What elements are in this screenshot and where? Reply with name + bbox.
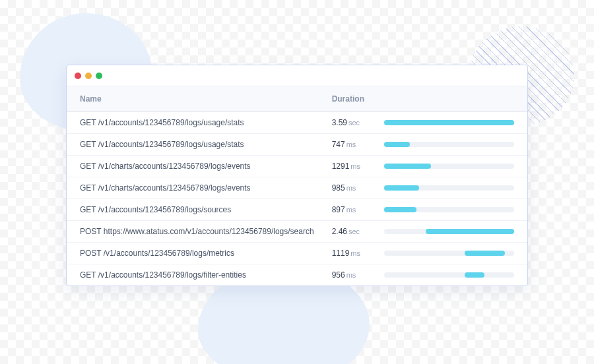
request-name: GET /v1/accounts/123456789/logs/usage/st…	[80, 140, 332, 149]
request-name: GET /v1/charts/accounts/123456789/logs/e…	[80, 162, 332, 171]
table-row[interactable]: GET /v1/charts/accounts/123456789/logs/e…	[67, 156, 527, 177]
column-header-bar	[384, 94, 514, 104]
duration-value: 1291	[332, 162, 350, 171]
timeline-bar	[384, 272, 514, 278]
bar-track	[384, 272, 514, 278]
bar-fill	[426, 229, 514, 234]
duration-unit: ms	[350, 162, 360, 170]
request-duration: 985ms	[332, 183, 384, 193]
table-row[interactable]: POST /v1/accounts/123456789/logs/metrics…	[67, 243, 527, 264]
duration-unit: ms	[346, 184, 356, 192]
request-duration: 1291ms	[332, 162, 384, 171]
request-duration: 747ms	[332, 140, 384, 149]
duration-value: 747	[332, 140, 345, 149]
duration-unit: ms	[346, 206, 356, 214]
duration-value: 1119	[332, 249, 350, 258]
timeline-bar	[384, 207, 514, 212]
duration-unit: sec	[348, 228, 360, 235]
duration-unit: ms	[346, 271, 356, 279]
timeline-bar	[384, 120, 514, 125]
table-row[interactable]: GET /v1/accounts/123456789/logs/filter-e…	[67, 264, 527, 286]
duration-value: 956	[332, 270, 345, 280]
close-icon[interactable]	[75, 73, 81, 79]
bar-fill	[384, 164, 431, 169]
table-header: Name Duration	[67, 86, 527, 112]
bar-fill	[384, 120, 514, 125]
duration-unit: sec	[348, 119, 360, 127]
request-duration: 956ms	[332, 270, 384, 280]
column-header-duration[interactable]: Duration	[332, 94, 384, 104]
timeline-bar	[384, 229, 514, 234]
minimize-icon[interactable]	[85, 73, 92, 79]
timeline-bar	[384, 164, 514, 169]
table-row[interactable]: GET /v1/accounts/123456789/logs/sources8…	[67, 199, 527, 221]
bar-fill	[384, 185, 419, 191]
bar-fill	[465, 251, 505, 256]
request-name: POST /v1/accounts/123456789/logs/metrics	[80, 249, 332, 258]
request-name: GET /v1/accounts/123456789/logs/filter-e…	[80, 270, 332, 280]
table-row[interactable]: GET /v1/accounts/123456789/logs/usage/st…	[67, 112, 527, 134]
bar-fill	[384, 207, 416, 212]
browser-window: Name Duration GET /v1/accounts/123456789…	[66, 65, 528, 286]
table-row[interactable]: GET /v1/accounts/123456789/logs/usage/st…	[67, 134, 527, 156]
request-name: GET /v1/accounts/123456789/logs/usage/st…	[80, 118, 332, 127]
table-row[interactable]: GET /v1/charts/accounts/123456789/logs/e…	[67, 177, 527, 199]
table-body: GET /v1/accounts/123456789/logs/usage/st…	[67, 112, 527, 286]
request-name: POST https://www.atatus.com/v1/accounts/…	[80, 227, 332, 236]
timeline-bar	[384, 142, 514, 147]
request-duration: 897ms	[332, 205, 384, 214]
duration-value: 3.59	[332, 118, 347, 127]
column-header-name[interactable]: Name	[80, 94, 332, 104]
request-name: GET /v1/charts/accounts/123456789/logs/e…	[80, 183, 332, 193]
table-row[interactable]: POST https://www.atatus.com/v1/accounts/…	[67, 221, 527, 243]
request-duration: 2.46sec	[332, 227, 384, 236]
request-duration: 3.59sec	[332, 118, 384, 127]
duration-unit: ms	[350, 249, 360, 257]
request-duration: 1119ms	[332, 249, 384, 258]
duration-unit: ms	[346, 140, 356, 148]
window-titlebar	[67, 65, 527, 86]
bar-fill	[384, 142, 410, 147]
duration-value: 897	[332, 205, 345, 214]
maximize-icon[interactable]	[96, 73, 102, 79]
request-name: GET /v1/accounts/123456789/logs/sources	[80, 205, 332, 214]
timeline-bar	[384, 185, 514, 191]
bar-fill	[465, 272, 484, 278]
duration-value: 2.46	[332, 227, 347, 236]
timeline-bar	[384, 251, 514, 256]
duration-value: 985	[332, 183, 345, 193]
